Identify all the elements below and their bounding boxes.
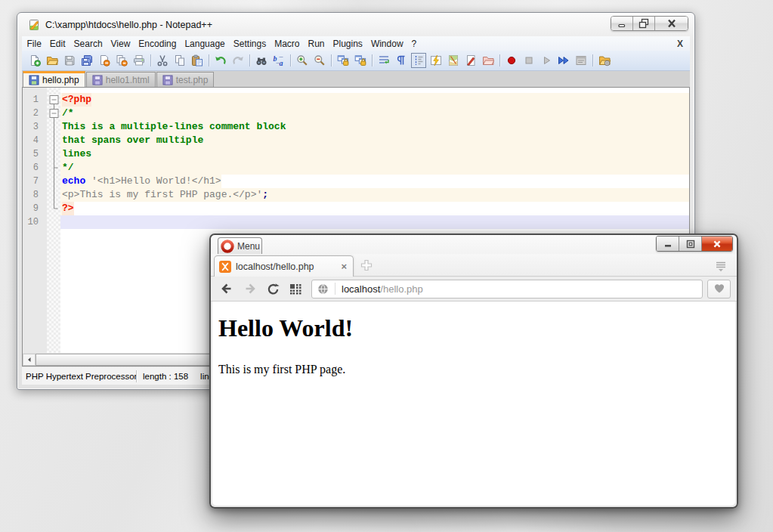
word-wrap-icon[interactable]: [378, 54, 390, 66]
tab-test.php[interactable]: test.php: [156, 72, 215, 87]
speed-dial-icon[interactable]: [289, 283, 301, 295]
opera-window: Menu localhost/hello.php × localhost/hel…: [209, 234, 738, 509]
menu-plugins[interactable]: Plugins: [329, 37, 366, 51]
code-token: <p>This is my first PHP page.</p>': [62, 188, 262, 202]
line-number-margin: 12345678910: [23, 88, 47, 353]
bookmark-heart-button[interactable]: [707, 280, 731, 298]
address-bar[interactable]: localhost/hello.php: [311, 280, 703, 298]
restore-button[interactable]: [633, 17, 655, 30]
menu-encoding[interactable]: Encoding: [135, 37, 181, 51]
menu-view[interactable]: View: [107, 37, 135, 51]
function-list-icon[interactable]: [430, 54, 442, 66]
scroll-left-button[interactable]: [23, 354, 36, 366]
window-title: C:\xampp\htdocs\hello.php - Notepad++: [45, 20, 212, 30]
tab-menu-icon[interactable]: [714, 259, 728, 273]
toolbar-separator: [209, 54, 209, 66]
forward-button[interactable]: [243, 282, 257, 295]
address-separator: [335, 283, 335, 295]
fold-margin[interactable]: [47, 88, 60, 353]
close-all-icon[interactable]: [116, 54, 128, 66]
notepadpp-titlebar[interactable]: C:\xampp\htdocs\hello.php - Notepad++: [22, 13, 690, 36]
code-token: '<h1>Hello World!</h1>: [85, 175, 221, 188]
menu-file[interactable]: File: [23, 37, 45, 51]
document-map-icon[interactable]: [447, 54, 459, 66]
code-line: [60, 215, 689, 229]
open-containing-folder-icon[interactable]: [598, 54, 611, 66]
opera-titlebar[interactable]: Menu: [211, 235, 737, 254]
opera-menu-button[interactable]: Menu: [218, 237, 262, 255]
menu-window[interactable]: Window: [366, 37, 407, 51]
menu-edit[interactable]: Edit: [45, 37, 70, 51]
replace-icon[interactable]: ba: [273, 54, 285, 66]
code-line: that spans over multiple: [60, 134, 689, 147]
line-number: 5: [23, 147, 39, 161]
save-icon[interactable]: [63, 54, 76, 66]
opera-menu-label: Menu: [237, 241, 260, 252]
show-all-chars-icon[interactable]: [395, 54, 407, 66]
close-button[interactable]: [655, 17, 688, 30]
menu-macro[interactable]: Macro: [271, 37, 304, 51]
menu-run[interactable]: Run: [304, 37, 329, 51]
stop-macro-icon[interactable]: [523, 54, 535, 66]
print-icon[interactable]: [133, 54, 145, 66]
opera-tab[interactable]: localhost/hello.php ×: [214, 255, 354, 277]
maximize-button[interactable]: [679, 237, 702, 251]
zoom-out-icon[interactable]: [314, 54, 326, 66]
tab-hello1.html[interactable]: hello1.html: [86, 72, 156, 87]
npp-menubar: FileEditSearchViewEncodingLanguageSettin…: [22, 36, 690, 51]
opera-tabbar: localhost/hello.php ×: [211, 254, 737, 277]
menu-language[interactable]: Language: [181, 37, 229, 51]
save-macro-icon[interactable]: [575, 54, 587, 66]
opera-toolbar: localhost/hello.php: [211, 277, 737, 302]
code-token: ?>: [62, 202, 74, 215]
copy-icon[interactable]: [174, 54, 186, 66]
sync-vertical-scroll-icon[interactable]: [337, 54, 349, 66]
toolbar-separator: [290, 54, 291, 66]
minimize-button[interactable]: [611, 17, 633, 30]
saved-file-icon: [92, 75, 103, 85]
line-number: 2: [23, 107, 39, 120]
opera-logo: [221, 240, 234, 253]
svg-text:b: b: [274, 54, 277, 63]
menu-settings[interactable]: Settings: [229, 37, 270, 51]
folder-as-workspace-icon[interactable]: [482, 54, 494, 66]
undo-icon[interactable]: [215, 54, 227, 66]
saved-file-icon: [162, 75, 173, 85]
code-token: */: [62, 161, 74, 175]
toolbar-separator: [372, 54, 373, 66]
save-all-icon[interactable]: [81, 54, 93, 66]
play-macro-icon[interactable]: [540, 54, 552, 66]
minimize-button[interactable]: [657, 237, 679, 251]
paste-icon[interactable]: [191, 54, 203, 66]
npp-toolbar: ba: [22, 51, 690, 71]
cut-icon[interactable]: [156, 54, 169, 66]
code-line: <p>This is my first PHP page.</p>';: [60, 188, 689, 202]
document-switcher-icon[interactable]: [465, 54, 477, 66]
close-file-icon[interactable]: [98, 54, 110, 66]
find-icon[interactable]: [255, 54, 267, 66]
line-number: 10: [23, 215, 39, 229]
menu-help[interactable]: ?: [407, 37, 421, 51]
toolbar-separator: [249, 54, 250, 66]
open-file-icon[interactable]: [46, 54, 58, 66]
back-button[interactable]: [220, 282, 233, 295]
close-button[interactable]: [702, 237, 732, 251]
redo-icon[interactable]: [232, 54, 244, 66]
reload-button[interactable]: [267, 283, 280, 295]
new-file-icon[interactable]: [29, 54, 41, 66]
toolbar-separator: [331, 54, 332, 66]
menu-search[interactable]: Search: [70, 37, 107, 51]
tab-hello.php[interactable]: hello.php: [23, 71, 85, 87]
sync-horizontal-scroll-icon[interactable]: [354, 54, 366, 66]
record-macro-icon[interactable]: [506, 54, 518, 66]
run-macro-multiple-icon[interactable]: [558, 54, 570, 66]
indent-guide-icon[interactable]: [413, 54, 425, 66]
zoom-in-icon[interactable]: [296, 54, 308, 66]
line-number: 9: [23, 202, 39, 215]
new-tab-button[interactable]: [359, 258, 374, 273]
menubar-close-icon[interactable]: X: [677, 39, 690, 49]
line-trail: [286, 120, 689, 134]
line-trail: [74, 202, 689, 215]
tab-close-icon[interactable]: ×: [339, 261, 348, 272]
line-number: 1: [23, 93, 39, 107]
